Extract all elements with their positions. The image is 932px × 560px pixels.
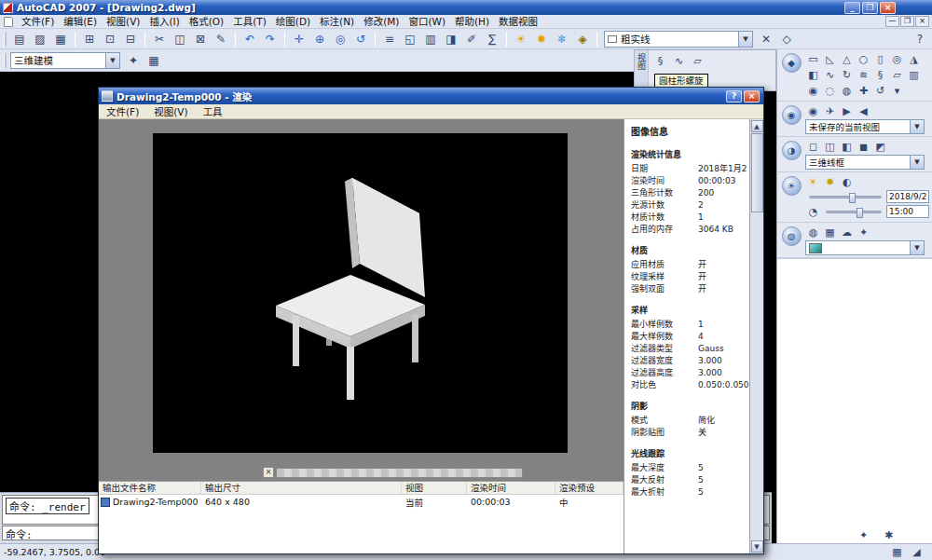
mdi-close-icon[interactable]: × <box>915 16 929 27</box>
walk-icon[interactable]: ✈ <box>822 103 838 118</box>
linetype-combo[interactable]: 粗实线 ▼ <box>604 31 753 48</box>
markup-set-manager-icon[interactable]: ✐ <box>462 31 481 48</box>
stats-scrollbar[interactable]: ▲ ▼ <box>749 119 763 553</box>
conceptual-style-icon[interactable]: ◩ <box>872 139 888 154</box>
sweep-icon[interactable]: ∿ <box>822 67 838 82</box>
3d-rotate-icon[interactable]: ↺ <box>872 83 888 98</box>
wedge-icon[interactable]: ◺ <box>822 51 838 66</box>
help-icon[interactable]: ? <box>911 31 929 48</box>
pyramid-icon[interactable]: ◮ <box>906 51 922 66</box>
pan-icon[interactable]: ✛ <box>290 31 308 48</box>
3d-move-icon[interactable]: ✚ <box>856 83 871 98</box>
publish-icon[interactable]: ⊟ <box>121 31 140 48</box>
subtract-icon[interactable]: ◌ <box>822 83 838 98</box>
minimize-icon[interactable]: _ <box>844 2 860 14</box>
history-header[interactable]: 输出尺寸 <box>201 482 402 494</box>
render-menu-item[interactable]: 文件(F) <box>99 104 146 119</box>
designcenter-icon[interactable]: ◱ <box>401 31 419 48</box>
properties-icon[interactable]: ≡ <box>380 31 399 48</box>
intersect-icon[interactable]: ◍ <box>839 83 855 98</box>
camera-icon[interactable]: ◉ <box>805 103 821 118</box>
undo-icon[interactable]: ↶ <box>240 31 259 48</box>
spotlight-icon[interactable]: ◐ <box>839 174 855 189</box>
loft-icon[interactable]: ≋ <box>856 67 871 82</box>
plot-icon[interactable]: ⊞ <box>80 31 99 48</box>
sun-date-slider[interactable] <box>809 196 882 198</box>
tool-palettes-icon[interactable]: ▥ <box>421 31 440 48</box>
menu-item[interactable]: 编辑(E) <box>59 15 102 29</box>
history-header[interactable]: 视图 <box>402 482 467 494</box>
view-panel-icon[interactable]: ◉ <box>782 105 802 125</box>
resize-grip-icon[interactable]: ◢ <box>909 545 925 560</box>
workspace-settings-icon[interactable]: ✦ <box>124 52 143 69</box>
render-close-icon[interactable]: × <box>744 90 760 102</box>
match-properties-icon[interactable]: ✎ <box>212 31 230 48</box>
cylinder-icon[interactable]: ▯ <box>872 51 888 66</box>
menu-item[interactable]: 视图(V) <box>102 15 144 29</box>
hidden-style-icon[interactable]: ◧ <box>839 139 855 154</box>
palette-properties-icon[interactable]: ✱ <box>881 527 897 542</box>
material-swatch-combo[interactable]: ▼ <box>805 240 925 255</box>
menu-item[interactable]: 数据视图 <box>494 15 542 29</box>
planar-surface-icon[interactable]: ▱ <box>889 67 905 82</box>
view-next-icon[interactable]: ▶ <box>839 103 855 118</box>
chevron-down-icon[interactable]: ▼ <box>910 120 924 133</box>
render-environment-icon[interactable]: ☁ <box>839 225 855 239</box>
revolve-icon[interactable]: ↻ <box>839 67 855 82</box>
quickcalc-icon[interactable]: ∑ <box>483 31 501 48</box>
menu-item[interactable]: 标注(N) <box>315 15 359 29</box>
helix-tool-icon[interactable]: § <box>652 53 668 68</box>
layer-on-icon[interactable]: ☀ <box>512 31 530 48</box>
menu-item[interactable]: 修改(M) <box>359 15 404 29</box>
zoom-realtime-icon[interactable]: ⊕ <box>310 31 329 48</box>
save-icon[interactable]: ▦ <box>51 31 70 48</box>
union-icon[interactable]: ◉ <box>805 83 821 98</box>
qnew-icon[interactable]: ▤ <box>10 31 29 48</box>
history-header[interactable]: 渲染时间 <box>467 482 555 494</box>
polyline-tool-icon[interactable]: ∿ <box>671 53 687 68</box>
toolbar-grip[interactable] <box>4 53 7 68</box>
menu-item[interactable]: 帮助(H) <box>450 15 494 29</box>
menu-item[interactable]: 插入(I) <box>144 15 184 29</box>
sheet-set-manager-icon[interactable]: ◨ <box>442 31 460 48</box>
scroll-down-icon[interactable]: ▼ <box>751 540 763 553</box>
polysolid-icon[interactable]: ▥ <box>906 67 922 82</box>
menu-item[interactable]: 文件(F) <box>17 15 59 29</box>
light-panel-icon[interactable]: ☀ <box>782 176 802 196</box>
sun-time-value[interactable]: 15:00 <box>886 205 929 218</box>
wireframe-2d-icon[interactable]: ◻ <box>805 139 821 154</box>
menu-item[interactable]: 工具(T) <box>228 15 271 29</box>
render-menu-item[interactable]: 工具 <box>196 104 230 119</box>
workspace-combo[interactable]: 三维建模 ▼ <box>10 52 120 69</box>
palette-auto-hide-icon[interactable]: ✦ <box>856 527 871 542</box>
chevron-down-icon[interactable]: ▼ <box>910 156 924 169</box>
plot-preview-icon[interactable]: ⊡ <box>101 31 119 48</box>
render-help-icon[interactable]: ? <box>726 90 742 102</box>
slider-thumb[interactable] <box>857 208 863 218</box>
save-workspace-icon[interactable]: ▦ <box>144 52 163 69</box>
visual-style-combo[interactable]: 三维线框 ▼ <box>805 155 925 170</box>
point-light-icon[interactable]: ✹ <box>822 174 838 189</box>
materials-icon[interactable]: ◍ <box>805 225 821 239</box>
helix-icon[interactable]: § <box>872 67 888 82</box>
planar-mapping-icon[interactable]: ▦ <box>822 225 838 239</box>
layer-bright-icon[interactable]: ✹ <box>532 31 551 48</box>
surface-tool-icon[interactable]: ▱ <box>690 53 706 68</box>
realistic-style-icon[interactable]: ◼ <box>856 139 871 154</box>
tray-grid-icon[interactable]: ▦ <box>889 545 905 560</box>
render-menu-item[interactable]: 视图(V) <box>146 104 195 119</box>
mdi-restore-icon[interactable]: ❐ <box>900 16 914 27</box>
sphere-icon[interactable]: ○ <box>856 51 871 66</box>
open-icon[interactable]: ▨ <box>31 31 49 48</box>
copy-icon[interactable]: ◫ <box>171 31 189 48</box>
named-view-combo[interactable]: 未保存的当前视图 ▼ <box>805 119 925 134</box>
menu-item[interactable]: 格式(O) <box>185 15 228 29</box>
visual-style-panel-icon[interactable]: ◑ <box>782 141 802 160</box>
layer-lock-icon[interactable]: ◈ <box>573 31 592 48</box>
cone-icon[interactable]: △ <box>839 51 855 66</box>
progress-close-icon[interactable]: × <box>263 467 274 478</box>
close-icon[interactable]: × <box>880 2 896 14</box>
zoom-window-icon[interactable]: ◎ <box>331 31 350 48</box>
render-button-icon[interactable]: ✦ <box>856 225 871 239</box>
wireframe-3d-icon[interactable]: ◫ <box>822 139 838 154</box>
